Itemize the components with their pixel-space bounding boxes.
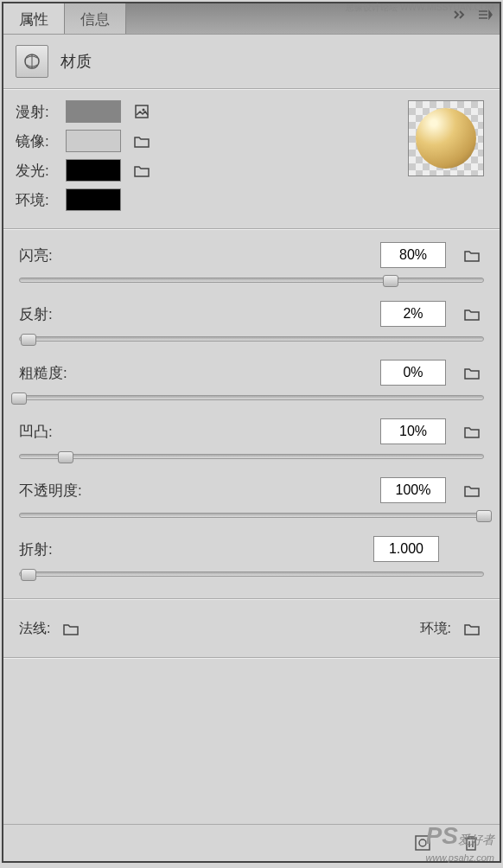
normal-item: 法线:: [19, 617, 83, 640]
refraction-slider[interactable]: [19, 569, 484, 583]
refraction-value[interactable]: [373, 536, 439, 562]
reflection-value[interactable]: [380, 301, 446, 327]
roughness-folder-icon[interactable]: [460, 361, 484, 384]
roughness-value[interactable]: [380, 360, 446, 386]
ambient-row: 环境:: [16, 188, 487, 211]
reflection-slider[interactable]: [19, 334, 484, 348]
tab-properties[interactable]: 属性: [3, 3, 65, 34]
bump-row: 凹凸:: [19, 418, 484, 465]
section-title: 材质: [60, 51, 92, 72]
ambient-swatch[interactable]: [66, 188, 121, 211]
bump-value[interactable]: [380, 418, 446, 444]
opacity-value[interactable]: [380, 477, 446, 503]
shine-label: 闪亮:: [19, 246, 53, 265]
refraction-row: 折射:: [19, 536, 484, 583]
watermark-bottom: PS爱好者 www.psahz.com: [426, 822, 494, 864]
section-header: 材质: [3, 35, 500, 88]
opacity-folder-icon[interactable]: [460, 479, 484, 501]
specular-folder-icon[interactable]: [130, 130, 154, 152]
environment-item: 环境:: [420, 617, 484, 640]
shine-slider[interactable]: [19, 275, 484, 289]
diffuse-texture-icon[interactable]: [130, 100, 154, 123]
material-icon[interactable]: [16, 45, 48, 78]
environment-folder-icon[interactable]: [460, 617, 484, 640]
roughness-slider[interactable]: [19, 393, 484, 406]
glow-folder-icon[interactable]: [130, 159, 154, 182]
reflection-label: 反射:: [19, 304, 53, 324]
glow-label: 发光:: [16, 161, 57, 181]
environment-label: 环境:: [420, 620, 451, 638]
specular-label: 镜像:: [16, 131, 57, 151]
roughness-label: 粗糙度:: [19, 363, 67, 383]
shine-row: 闪亮:: [19, 242, 484, 289]
slider-section: 闪亮: 反射:: [3, 230, 500, 598]
bump-folder-icon[interactable]: [460, 420, 484, 443]
ambient-label: 环境:: [16, 190, 57, 210]
normal-label: 法线:: [19, 620, 50, 638]
opacity-label: 不透明度:: [19, 481, 82, 501]
opacity-slider[interactable]: [19, 510, 484, 524]
bump-label: 凹凸:: [19, 422, 53, 442]
diffuse-label: 漫射:: [16, 102, 57, 122]
color-section: 漫射: 镜像: 发光: 环境:: [3, 90, 500, 228]
reflection-row: 反射:: [19, 301, 484, 348]
tab-info[interactable]: 信息: [65, 3, 126, 34]
svg-point-2: [143, 109, 145, 112]
shine-value[interactable]: [380, 242, 446, 268]
material-preview[interactable]: [408, 100, 484, 176]
bump-slider[interactable]: [19, 451, 484, 465]
refraction-label: 折射:: [19, 539, 53, 559]
shine-folder-icon[interactable]: [460, 244, 484, 266]
diffuse-swatch[interactable]: [66, 100, 121, 123]
glow-swatch[interactable]: [66, 159, 121, 182]
specular-swatch[interactable]: [66, 130, 121, 152]
roughness-row: 粗糙度:: [19, 360, 484, 406]
watermark-top: 思缘设计论坛 WWW.MISSYUAN.COM: [346, 2, 494, 14]
reflection-folder-icon[interactable]: [460, 303, 484, 325]
properties-panel: 属性 信息 材质 漫射: 镜像:: [2, 2, 501, 863]
normal-folder-icon[interactable]: [59, 617, 83, 640]
opacity-row: 不透明度:: [19, 477, 484, 524]
bottom-section: 法线: 环境:: [3, 600, 500, 657]
